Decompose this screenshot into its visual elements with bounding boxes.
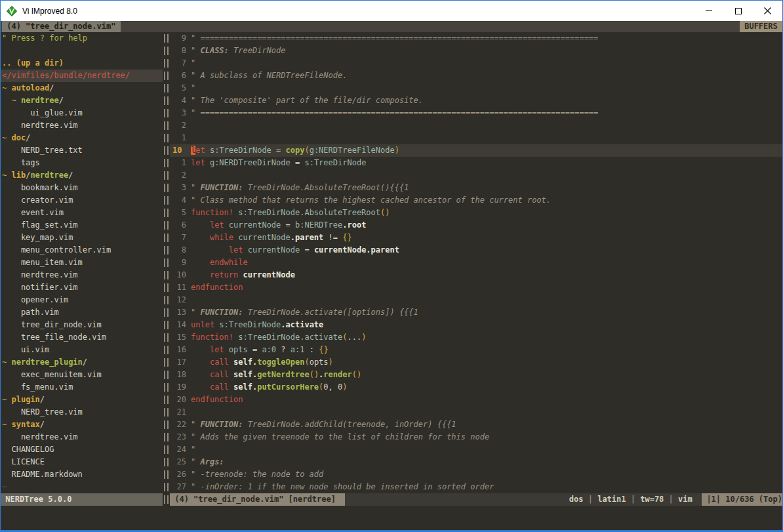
close-button[interactable] <box>753 1 782 21</box>
tree-item[interactable]: " Press ? for help <box>1 32 163 45</box>
tree-item[interactable]: key_map.vim <box>1 232 163 244</box>
tree-item[interactable]: LICENCE <box>1 456 163 468</box>
code-row[interactable]: 20endfunction <box>170 394 782 406</box>
tree-item[interactable]: nerdtree.vim <box>1 119 163 132</box>
code-row[interactable]: 3" FUNCTION: TreeDirNode.AbsoluteTreeRoo… <box>170 182 782 194</box>
tree-item[interactable]: ~ nerdtree/ <box>1 94 163 107</box>
tree-item[interactable]: tree_dir_node.vim <box>1 319 163 331</box>
tree-item[interactable]: menu_controller.vim <box>1 244 163 256</box>
code-row[interactable]: 26" -treenode: the node to add <box>170 468 782 481</box>
code-row[interactable]: 8" CLASS: TreeDirNode <box>170 45 782 57</box>
tree-item[interactable]: ~ syntax/ <box>1 419 163 431</box>
code-row[interactable]: 25" Args: <box>170 456 782 468</box>
line-number: 25 <box>170 456 191 468</box>
tree-item[interactable]: ~ doc/ <box>1 132 163 144</box>
code-row[interactable]: 9" =====================================… <box>170 32 782 45</box>
code-row[interactable]: 5function! s:TreeDirNode.AbsoluteTreeRoo… <box>170 207 782 219</box>
tree-item[interactable]: ~ plugin/ <box>1 394 163 406</box>
tree-item[interactable]: flag_set.vim <box>1 219 163 232</box>
code-row[interactable]: 6" A subclass of NERDTreeFileNode. <box>170 70 782 82</box>
line-number: 3 <box>170 107 191 119</box>
code-row[interactable]: 11endfunction <box>170 281 782 294</box>
code-row[interactable]: 18 call self.getNerdtree().render() <box>170 369 782 381</box>
code-row[interactable]: 5" <box>170 82 782 94</box>
tree-item[interactable]: NERD_tree.vim <box>1 406 163 419</box>
line-number: 5 <box>170 82 191 94</box>
text-segment: currentNode <box>248 245 300 255</box>
tree-item[interactable]: </vimfiles/bundle/nerdtree/ <box>1 70 163 82</box>
tree-item[interactable]: ~ lib/nerdtree/ <box>1 169 163 182</box>
code-row[interactable]: 22" FUNCTION: TreeDirNode.addChild(treen… <box>170 419 782 431</box>
code-row[interactable]: 6 let currentNode = b:NERDTree.root <box>170 219 782 232</box>
text-segment: creator.vim <box>2 195 73 205</box>
code-row[interactable]: 7" <box>170 57 782 70</box>
code-row[interactable]: 12 <box>170 294 782 306</box>
tree-item[interactable]: .. (up a dir) <box>1 57 163 70</box>
code-row[interactable]: 10 return currentNode <box>170 269 782 281</box>
tree-item[interactable]: CHANGELOG <box>1 443 163 456</box>
tree-item[interactable] <box>1 45 163 57</box>
code-row[interactable]: 16 let opts = a:0 ? a:1 : {} <box>170 344 782 356</box>
code-row[interactable]: 14unlet s:TreeDirNode.activate <box>170 319 782 331</box>
tab-tree-dir-node[interactable]: (4) "tree_dir_node.vim" <box>2 21 121 32</box>
tree-item[interactable]: creator.vim <box>1 194 163 207</box>
tree-item[interactable]: exec_menuitem.vim <box>1 369 163 381</box>
code-row[interactable]: 27" -inOrder: 1 if the new node should b… <box>170 481 782 493</box>
tree-item[interactable]: ~ nerdtree_plugin/ <box>1 356 163 369</box>
tree-item[interactable]: menu_item.vim <box>1 256 163 269</box>
tree-item[interactable]: tags <box>1 157 163 169</box>
text-segment: notifier.vim <box>2 283 78 292</box>
tree-item[interactable]: fs_menu.vim <box>1 381 163 394</box>
text-segment: = <box>248 345 262 354</box>
tree-item[interactable]: ui_glue.vim <box>1 107 163 119</box>
line-number: 5 <box>170 207 191 219</box>
text-segment: g:NERDTreeFileNode <box>310 146 395 155</box>
code-row[interactable]: 21 <box>170 406 782 419</box>
code-row[interactable]: 4" Class method that returns the highest… <box>170 194 782 207</box>
tree-item[interactable]: tree_file_node.vim <box>1 331 163 344</box>
code-row[interactable]: 9 endwhile <box>170 256 782 269</box>
text-segment <box>191 220 210 230</box>
code-row[interactable]: 4" The 'composite' part of the file/dir … <box>170 94 782 107</box>
code-row[interactable]: 23" Adds the given treenode to the list … <box>170 431 782 443</box>
tree-item[interactable]: bookmark.vim <box>1 182 163 194</box>
line-number: 3 <box>170 182 191 194</box>
code-row[interactable]: 24" <box>170 443 782 456</box>
tree-item[interactable]: ~ autoload/ <box>1 82 163 94</box>
text-segment: / <box>26 133 30 142</box>
code-row[interactable]: 15function! s:TreeDirNode.activate(...) <box>170 331 782 344</box>
text-segment: FUNCTION: <box>200 308 243 317</box>
code-row[interactable]: 13" FUNCTION: TreeDirNode.activate([opti… <box>170 306 782 319</box>
line-number: 27 <box>170 481 191 493</box>
minimize-button[interactable] <box>694 1 723 21</box>
command-line[interactable] <box>1 506 782 530</box>
tree-item[interactable]: path.vim <box>1 306 163 319</box>
line-number: 11 <box>170 281 191 294</box>
code-row[interactable]: 3" =====================================… <box>170 107 782 119</box>
text-segment: opts <box>310 358 329 367</box>
tree-item[interactable]: event.vim <box>1 207 163 219</box>
window-split-separator[interactable] <box>163 32 170 493</box>
tree-item[interactable]: nerdtree.vim <box>1 269 163 281</box>
maximize-button[interactable] <box>723 1 753 21</box>
tree-item[interactable]: opener.vim <box>1 294 163 306</box>
code-row[interactable]: 7 while currentNode.parent != {} <box>170 232 782 244</box>
tree-item[interactable]: NERD_tree.txt <box>1 144 163 157</box>
titlebar[interactable]: Vi IMproved 8.0 <box>1 1 782 21</box>
code-row[interactable]: 10let s:TreeDirNode = copy(g:NERDTreeFil… <box>170 144 782 157</box>
code-row[interactable]: 17 call self.toggleOpen(opts) <box>170 356 782 369</box>
text-segment: ~ <box>2 420 11 429</box>
code-row[interactable]: 8 let currentNode = currentNode.parent <box>170 244 782 256</box>
code-row[interactable]: 1 <box>170 132 782 144</box>
tree-item[interactable]: README.markdown <box>1 468 163 481</box>
tree-item[interactable]: nerdtree.vim <box>1 431 163 443</box>
text-segment: TreeDirNode <box>229 46 286 55</box>
code-row[interactable]: 2 <box>170 169 782 182</box>
text-segment: LICENCE <box>2 457 45 466</box>
tree-item[interactable]: ~ <box>1 481 163 493</box>
code-row[interactable]: 1let g:NERDTreeDirNode = s:TreeDirNode <box>170 157 782 169</box>
tree-item[interactable]: ui.vim <box>1 344 163 356</box>
code-row[interactable]: 2 <box>170 119 782 132</box>
code-row[interactable]: 19 call self.putCursorHere(0, 0) <box>170 381 782 394</box>
tree-item[interactable]: notifier.vim <box>1 281 163 294</box>
